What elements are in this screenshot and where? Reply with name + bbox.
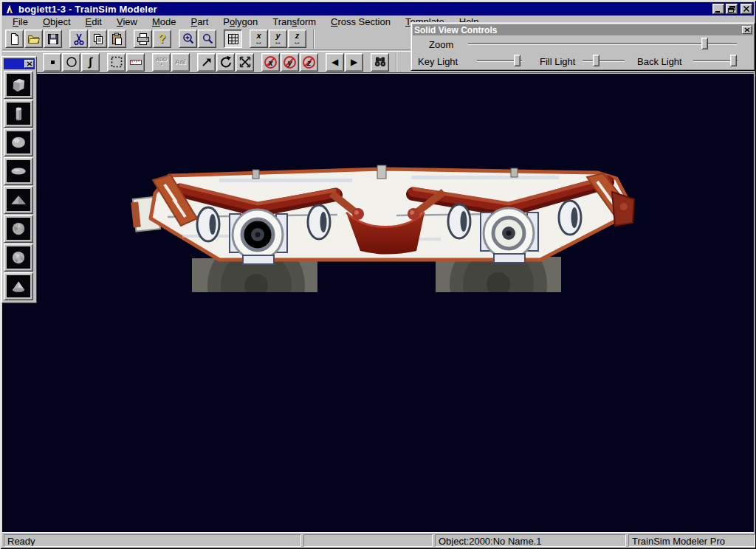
menu-mode[interactable]: Mode <box>145 15 184 29</box>
lock-x-button[interactable]: x <box>261 53 280 72</box>
primitive-disc-button[interactable] <box>4 157 33 185</box>
zoom-slider-thumb[interactable] <box>701 38 708 49</box>
save-button[interactable] <box>44 30 62 48</box>
zoom-out-button[interactable] <box>198 30 216 48</box>
primitive-wedge-button[interactable] <box>4 186 33 214</box>
primitive-sphere-button[interactable] <box>4 128 33 156</box>
next-button[interactable]: ▶ <box>345 53 363 72</box>
toolbar-separator <box>396 52 397 72</box>
shape-palette-buttons <box>4 71 35 300</box>
toolbar-group: x↔y↔z↔ <box>250 30 307 48</box>
menu-file[interactable]: File <box>5 15 35 29</box>
rotate-button[interactable] <box>216 53 235 72</box>
key-light-thumb[interactable] <box>514 55 520 66</box>
fill-light-slider[interactable] <box>583 54 625 67</box>
primitive-geosphere-2-button[interactable] <box>4 244 33 272</box>
back-light-slider[interactable] <box>693 54 738 67</box>
select-rect-button[interactable] <box>107 53 126 72</box>
shape-palette <box>1 56 37 303</box>
open-button[interactable] <box>24 30 43 48</box>
fill-light-track[interactable] <box>583 60 625 61</box>
bogie-model-render <box>131 164 640 297</box>
scale-icon <box>238 55 252 69</box>
axis-z-button[interactable]: z↔ <box>288 30 306 48</box>
restore-button[interactable] <box>726 4 738 14</box>
move-button[interactable] <box>197 53 216 72</box>
axis-icon: z↔ <box>290 32 305 46</box>
save-icon <box>46 32 61 46</box>
help-icon: ? <box>155 32 170 46</box>
panel-close-button[interactable] <box>742 26 752 34</box>
shape-wedge-icon <box>7 189 30 211</box>
back-light-thumb[interactable] <box>730 55 737 66</box>
lock-y-button[interactable]: y <box>281 53 299 72</box>
shape-geosphere-icon <box>7 218 30 240</box>
toolbar-group: ? <box>134 30 172 48</box>
point-icon <box>45 55 60 69</box>
zoom-in-icon <box>181 32 196 46</box>
ruler-button[interactable] <box>126 53 145 72</box>
find-button[interactable] <box>371 53 389 72</box>
help-button[interactable]: ? <box>153 30 171 48</box>
cut-icon <box>72 32 86 46</box>
open-icon <box>27 32 41 46</box>
primitive-cone-button[interactable] <box>4 272 33 300</box>
shape-sphere-icon <box>7 131 30 153</box>
zoom-slider-track[interactable] <box>468 43 737 44</box>
spline-button[interactable]: ∫ <box>81 53 100 72</box>
paste-button[interactable] <box>108 30 126 48</box>
close-button[interactable] <box>740 4 752 14</box>
new-button[interactable] <box>5 30 24 48</box>
axis-y-button[interactable]: y↔ <box>269 30 287 48</box>
palette-close-button[interactable] <box>24 60 34 68</box>
circle-button[interactable] <box>62 53 80 72</box>
fill-light-thumb[interactable] <box>593 55 599 66</box>
new-icon <box>7 32 22 46</box>
menu-object[interactable]: Object <box>35 15 78 29</box>
primitive-cylinder-button[interactable] <box>4 100 33 128</box>
status-bar: Ready Object:2000:No Name.1 TrainSim Mod… <box>2 532 754 547</box>
menu-transform[interactable]: Transform <box>265 15 323 29</box>
window-title: bogiett1-3 - TrainSim Modeler <box>18 4 711 15</box>
grid-icon <box>226 32 241 46</box>
prev-icon: ◀ <box>328 55 343 69</box>
point-button[interactable] <box>43 53 61 72</box>
toolbar-group <box>107 53 145 72</box>
zoom-in-button[interactable] <box>179 30 197 48</box>
menu-edit[interactable]: Edit <box>78 15 109 29</box>
status-message: Ready <box>4 534 301 547</box>
solid-view-controls-titlebar[interactable]: Solid View Controls <box>413 24 753 35</box>
prev-button[interactable]: ◀ <box>326 53 344 72</box>
lock-z-button[interactable]: z <box>300 53 318 72</box>
key-light-label: Key Light <box>418 56 458 67</box>
shape-disc-icon <box>7 160 30 182</box>
primitive-box-button[interactable] <box>4 71 33 99</box>
toolbar-group: ∫ <box>43 53 100 72</box>
shape-geosphere2-icon <box>7 246 30 269</box>
scale-button[interactable] <box>236 53 254 72</box>
lock-icon: z <box>302 55 317 69</box>
application-window: bogiett1-3 - TrainSim Modeler FileObject… <box>0 0 756 549</box>
minimize-button[interactable] <box>712 4 724 14</box>
shape-cone-icon <box>7 275 30 297</box>
menu-view[interactable]: View <box>109 15 145 29</box>
toolbar-group: xyz <box>261 53 319 72</box>
key-light-slider[interactable] <box>477 54 522 67</box>
copy-button[interactable] <box>89 30 107 48</box>
menu-cross-section[interactable]: Cross Section <box>323 15 398 29</box>
primitive-geosphere-button[interactable] <box>4 215 33 243</box>
circle-icon <box>64 55 79 69</box>
lock-icon: x <box>264 55 278 69</box>
cut-button[interactable] <box>69 30 88 48</box>
axis-x-button[interactable]: x↔ <box>250 30 268 48</box>
title-bar: bogiett1-3 - TrainSim Modeler <box>2 2 754 15</box>
menu-polygon[interactable]: Polygon <box>216 15 265 29</box>
menu-part[interactable]: Part <box>183 15 216 29</box>
print-button[interactable] <box>134 30 152 48</box>
grid-button[interactable] <box>224 30 242 48</box>
viewport-3d[interactable] <box>2 74 754 532</box>
shape-palette-titlebar[interactable] <box>4 58 35 69</box>
panel-title: Solid View Controls <box>414 25 742 35</box>
fill-light-label: Fill Light <box>540 56 575 67</box>
zoom-slider[interactable] <box>468 37 737 50</box>
